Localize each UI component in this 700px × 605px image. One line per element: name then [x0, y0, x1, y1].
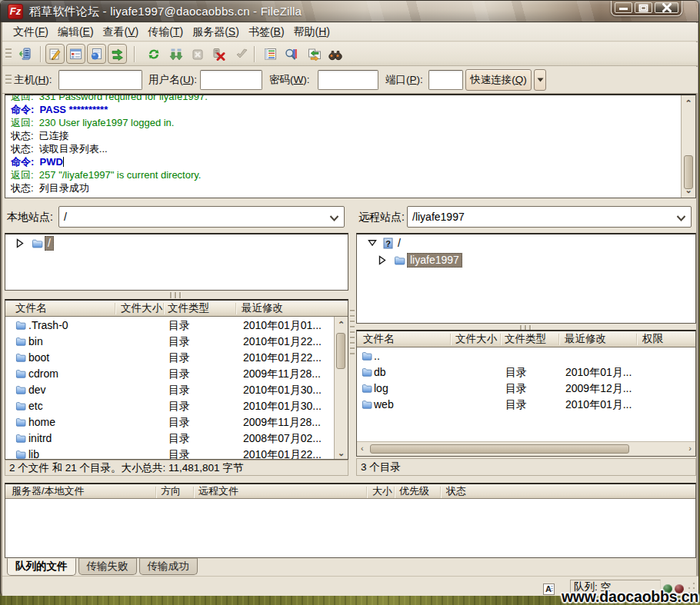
- directory-comparison-button[interactable]: [283, 45, 300, 63]
- column-header-server-local-file[interactable]: 服务器/本地文件: [12, 484, 85, 498]
- local-file-row[interactable]: .Trash-0 目录 2010年01月01...: [5, 317, 348, 334]
- expander-expanded-icon[interactable]: [368, 239, 377, 247]
- column-header-size[interactable]: 大小: [372, 484, 392, 498]
- message-log[interactable]: 返回: 331 Password required for liyafe1997…: [5, 94, 696, 198]
- port-input[interactable]: [428, 70, 463, 90]
- transfer-queue[interactable]: 服务器/本地文件 方向 远程文件 大小 优先级 状态: [5, 483, 696, 558]
- expander-collapsed-icon[interactable]: [378, 255, 388, 265]
- local-list-scrollbar-thumb[interactable]: [336, 333, 345, 369]
- close-button[interactable]: [655, 2, 678, 13]
- quickconnect-dropdown-button[interactable]: [534, 69, 546, 91]
- site-manager-icon: [18, 48, 32, 61]
- remote-file-row[interactable]: ..: [357, 348, 695, 364]
- local-directory-tree[interactable]: /: [5, 233, 348, 291]
- toggle-transfer-queue-button[interactable]: [108, 44, 127, 64]
- scroll-down-arrow-icon[interactable]: ⌄: [682, 184, 695, 195]
- local-file-row[interactable]: etc 目录 2010年01月30...: [5, 398, 348, 414]
- column-header-modified[interactable]: 最近修改: [242, 301, 283, 316]
- menu-item[interactable]: 书签(B): [248, 25, 285, 39]
- quickconnect-button[interactable]: 快速连接(Q): [465, 69, 532, 91]
- queue-tab[interactable]: 传输失败: [78, 558, 137, 575]
- pane-splitter-grip[interactable]: [350, 310, 355, 354]
- menu-item[interactable]: 服务器(S): [192, 25, 239, 39]
- username-input[interactable]: [200, 70, 262, 90]
- remote-list-scrollbar-thumb[interactable]: [370, 444, 629, 454]
- column-header-filetype[interactable]: 文件类型: [168, 301, 209, 316]
- remote-file-row[interactable]: web 目录 2010年01月...: [357, 397, 695, 413]
- scroll-up-arrow-icon[interactable]: ⌃: [335, 319, 348, 330]
- toggle-remote-tree-button[interactable]: [87, 44, 106, 64]
- maximize-button[interactable]: [635, 2, 652, 13]
- local-file-row[interactable]: bin 目录 2010年01月22...: [5, 334, 348, 350]
- local-splitter-grip[interactable]: [170, 292, 182, 298]
- expander-collapsed-icon[interactable]: [16, 238, 25, 248]
- local-file-list[interactable]: 文件名 文件大小 文件类型 最近修改 .Trash-0: [5, 299, 348, 460]
- remote-file-row[interactable]: log 目录 2009年12月...: [357, 381, 695, 397]
- column-header-status[interactable]: 状态: [446, 484, 466, 498]
- queue-tab[interactable]: 传输成功: [139, 558, 198, 575]
- quickconnect-grip[interactable]: [5, 75, 12, 86]
- toggle-local-tree-button[interactable]: [66, 44, 85, 64]
- column-header-remote-file[interactable]: 远程文件: [198, 484, 238, 498]
- cancel-operation-button[interactable]: [189, 45, 206, 63]
- scroll-left-arrow-icon[interactable]: ‹: [361, 444, 364, 453]
- remote-file-list[interactable]: 文件名 文件大小 文件类型 最近修改 权限: [356, 330, 696, 457]
- scroll-down-arrow-icon[interactable]: ⌄: [335, 447, 348, 458]
- log-line: 返回: 230 User liyafe1997 logged in.: [11, 116, 208, 129]
- local-file-row[interactable]: cdrom 目录 2009年11月28...: [5, 366, 348, 382]
- column-header-filename[interactable]: 文件名: [363, 331, 395, 347]
- titlebar[interactable]: Fz 稻草软件论坛 - liyafe1997@daocaobbs.cn - Fi…: [1, 1, 698, 22]
- column-header-modified[interactable]: 最近修改: [565, 331, 606, 347]
- scroll-up-arrow-icon[interactable]: ⌃: [682, 98, 695, 108]
- remote-file-row[interactable]: db 目录 2010年01月...: [357, 364, 695, 381]
- local-file-row[interactable]: home 目录 2009年11月28...: [5, 414, 348, 430]
- combo-dropdown-icon[interactable]: [329, 211, 339, 224]
- local-file-row[interactable]: dev 目录 2010年01月30...: [5, 382, 348, 398]
- local-file-row[interactable]: initrd 目录 2008年07月02...: [5, 430, 348, 447]
- local-file-row[interactable]: lib 目录 2010年01月22...: [5, 447, 348, 460]
- reconnect-button[interactable]: [234, 45, 251, 63]
- menu-item[interactable]: 文件(F): [13, 25, 48, 39]
- toggle-message-log-button[interactable]: [45, 44, 65, 64]
- directory-listing-filters-button[interactable]: [262, 45, 278, 63]
- column-header-direction[interactable]: 方向: [161, 484, 181, 498]
- remote-site-combobox[interactable]: /liyafe1997: [407, 206, 692, 228]
- ascii-transfer-type-icon[interactable]: A: [543, 583, 555, 595]
- refresh-button[interactable]: [145, 45, 162, 63]
- remote-tree-child-item[interactable]: liyafe1997: [357, 251, 695, 268]
- column-header-filesize[interactable]: 文件大小: [121, 301, 162, 316]
- toolbar-grip[interactable]: [5, 48, 12, 60]
- log-vertical-scrollbar[interactable]: ⌃ ⌄: [681, 95, 695, 198]
- column-separator: [440, 487, 441, 498]
- queue-tab[interactable]: 队列的文件: [7, 558, 76, 576]
- combo-dropdown-icon[interactable]: [676, 211, 686, 224]
- synchronized-browsing-button[interactable]: [306, 45, 323, 63]
- menu-item[interactable]: 编辑(E): [58, 25, 94, 39]
- minimize-button[interactable]: [615, 2, 632, 13]
- menu-item[interactable]: 查看(V): [103, 25, 139, 39]
- host-input[interactable]: [58, 70, 142, 90]
- remote-site-label: 远程站点:: [358, 206, 405, 228]
- scroll-right-arrow-icon[interactable]: ›: [688, 444, 692, 453]
- site-manager-button[interactable]: [16, 45, 33, 63]
- column-header-priority[interactable]: 优先级: [399, 484, 429, 498]
- local-list-vertical-scrollbar[interactable]: ⌃ ⌄: [334, 317, 348, 460]
- remote-tree-root-item[interactable]: ? /: [357, 234, 695, 251]
- local-tree-root-item[interactable]: /: [5, 234, 348, 251]
- disconnect-button[interactable]: [210, 45, 227, 63]
- menu-item[interactable]: 帮助(H): [294, 25, 330, 39]
- menu-item[interactable]: 传输(T): [148, 25, 183, 39]
- column-header-filename[interactable]: 文件名: [15, 301, 47, 316]
- pane-splitter[interactable]: [348, 198, 356, 476]
- local-file-row[interactable]: boot 目录 2010年01月22...: [5, 350, 348, 366]
- find-files-button[interactable]: [327, 45, 344, 63]
- column-separator: [450, 334, 451, 345]
- password-input[interactable]: [318, 70, 378, 90]
- remote-directory-tree[interactable]: ? / liyafe1997: [356, 233, 696, 324]
- local-site-combobox[interactable]: /: [58, 206, 345, 228]
- process-queue-button[interactable]: [168, 45, 185, 63]
- column-header-permissions[interactable]: 权限: [642, 331, 663, 347]
- remote-list-horizontal-scrollbar[interactable]: ‹ ›: [357, 441, 695, 456]
- column-header-filesize[interactable]: 文件大小: [455, 331, 497, 347]
- column-header-filetype[interactable]: 文件类型: [505, 331, 546, 347]
